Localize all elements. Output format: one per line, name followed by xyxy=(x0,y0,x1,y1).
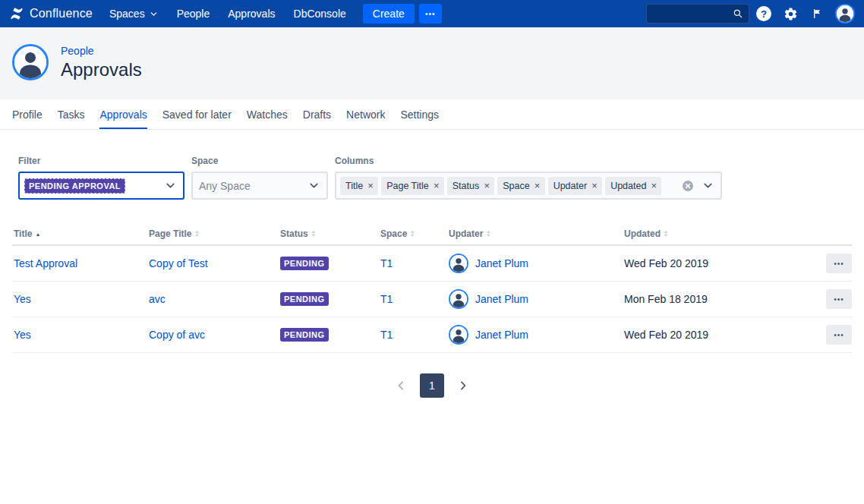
page-number-button[interactable]: 1 xyxy=(420,373,444,398)
page-header-text: People Approvals xyxy=(61,45,142,80)
cell-updater: Janet Plum xyxy=(449,325,624,345)
tab-approvals[interactable]: Approvals xyxy=(99,99,147,129)
tab-tasks[interactable]: Tasks xyxy=(58,99,85,129)
nav-item-people[interactable]: People xyxy=(168,0,219,27)
flag-button[interactable] xyxy=(805,2,829,26)
status-badge: PENDING xyxy=(280,292,329,306)
page-header: People Approvals xyxy=(0,27,864,99)
column-chip-title: Title × xyxy=(340,177,378,195)
user-avatar[interactable] xyxy=(835,4,855,24)
row-more-button[interactable]: ••• xyxy=(826,254,852,273)
create-button[interactable]: Create xyxy=(363,4,415,24)
sort-icon: ▲▼ xyxy=(664,230,668,238)
cell-updated: Wed Feb 20 2019 xyxy=(624,329,811,341)
updater-avatar[interactable] xyxy=(449,289,468,309)
tab-profile[interactable]: Profile xyxy=(12,99,43,129)
cell-space: T1 xyxy=(380,293,449,305)
space-link[interactable]: T1 xyxy=(380,293,393,305)
filter-group-columns: Columns Title × Page Title × Status × Sp… xyxy=(335,156,722,200)
table-row: Yes avc PENDING T1 Janet Plum Mon Feb 18… xyxy=(12,282,852,317)
question-mark-icon: ? xyxy=(756,6,771,21)
page-title-link[interactable]: Copy of avc xyxy=(149,329,205,341)
page-title: Approvals xyxy=(61,59,142,80)
tab-drafts[interactable]: Drafts xyxy=(303,99,331,129)
nav-item-dbconsole-label: DbConsole xyxy=(294,8,346,20)
updater-link[interactable]: Janet Plum xyxy=(475,293,528,305)
next-page-button[interactable] xyxy=(456,378,471,393)
column-header-title[interactable]: Title ▲ xyxy=(12,228,149,239)
confluence-logo-icon xyxy=(9,6,24,21)
sort-icon: ▲▼ xyxy=(194,230,199,238)
sort-icon: ▲▼ xyxy=(311,230,316,238)
breadcrumb-people-link[interactable]: People xyxy=(61,45,142,57)
confluence-home-link[interactable]: Confluence xyxy=(9,6,93,21)
cell-updated: Mon Feb 18 2019 xyxy=(624,293,811,305)
column-chip-page-title: Page Title × xyxy=(381,177,444,195)
status-badge: PENDING xyxy=(280,257,329,270)
nav-item-spaces[interactable]: Spaces xyxy=(100,0,168,27)
nav-item-people-label: People xyxy=(177,8,210,20)
remove-chip-icon[interactable]: × xyxy=(364,180,377,192)
tab-watches[interactable]: Watches xyxy=(247,99,288,129)
column-header-updater-label: Updater xyxy=(449,228,483,239)
cell-page-title: Copy of avc xyxy=(149,329,280,341)
tab-settings[interactable]: Settings xyxy=(400,99,439,129)
cell-updater: Janet Plum xyxy=(449,254,624,273)
column-header-title-label: Title xyxy=(14,228,32,239)
remove-chip-icon[interactable]: × xyxy=(648,180,660,192)
nav-item-dbconsole[interactable]: DbConsole xyxy=(285,0,355,27)
cell-updater: Janet Plum xyxy=(449,289,624,309)
updated-date: Wed Feb 20 2019 xyxy=(624,257,708,269)
space-link[interactable]: T1 xyxy=(380,329,393,341)
filter-group-space: Space Any Space xyxy=(191,156,328,200)
remove-chip-icon[interactable]: × xyxy=(588,180,601,192)
nav-item-approvals-label: Approvals xyxy=(228,8,275,20)
tab-network[interactable]: Network xyxy=(346,99,385,129)
sort-ascending-icon: ▲ xyxy=(35,232,40,237)
help-button[interactable]: ? xyxy=(752,2,776,26)
settings-button[interactable] xyxy=(778,2,803,26)
column-header-space[interactable]: Space ▲▼ xyxy=(380,228,449,239)
column-header-updated[interactable]: Updated ▲▼ xyxy=(624,228,811,239)
page-title-link[interactable]: Copy of Test xyxy=(149,257,208,269)
column-header-page-title[interactable]: Page Title ▲▼ xyxy=(149,228,280,239)
clear-all-icon[interactable] xyxy=(682,180,694,192)
remove-chip-icon[interactable]: × xyxy=(481,180,493,192)
sort-icon: ▲▼ xyxy=(486,230,490,238)
cell-page-title: Copy of Test xyxy=(149,257,280,269)
brand-name: Confluence xyxy=(30,7,93,20)
table-row: Yes Copy of avc PENDING T1 Janet Plum We… xyxy=(12,317,852,353)
cell-actions: ••• xyxy=(811,325,852,345)
tab-saved-for-later[interactable]: Saved for later xyxy=(162,99,232,129)
columns-select[interactable]: Title × Page Title × Status × Space × Up… xyxy=(335,172,722,200)
approval-title-link[interactable]: Test Approval xyxy=(14,257,77,269)
page-title-link[interactable]: avc xyxy=(149,293,166,305)
sort-icon: ▲▼ xyxy=(410,230,415,238)
search-box[interactable] xyxy=(646,4,749,24)
updater-link[interactable]: Janet Plum xyxy=(475,329,528,341)
column-header-status[interactable]: Status ▲▼ xyxy=(280,228,380,239)
column-header-updater[interactable]: Updater ▲▼ xyxy=(449,228,624,239)
remove-chip-icon[interactable]: × xyxy=(430,180,443,192)
chevron-down-icon xyxy=(149,9,159,19)
approval-title-link[interactable]: Yes xyxy=(14,293,31,305)
filter-selected-tag[interactable]: PENDING APPROVAL xyxy=(24,178,125,194)
column-chip-space-label: Space xyxy=(503,181,529,191)
updater-link[interactable]: Janet Plum xyxy=(475,257,528,269)
updater-avatar[interactable] xyxy=(449,325,468,345)
previous-page-button[interactable] xyxy=(393,378,408,393)
space-select-value: Any Space xyxy=(199,180,251,192)
row-more-button[interactable]: ••• xyxy=(826,289,852,309)
space-link[interactable]: T1 xyxy=(380,257,393,269)
nav-more-button[interactable]: ••• xyxy=(419,4,442,24)
profile-avatar[interactable] xyxy=(12,44,49,80)
nav-item-approvals[interactable]: Approvals xyxy=(219,0,284,27)
updater-avatar[interactable] xyxy=(449,254,468,273)
filter-select[interactable]: PENDING APPROVAL xyxy=(18,172,184,200)
space-select[interactable]: Any Space xyxy=(191,172,328,200)
approval-title-link[interactable]: Yes xyxy=(14,329,31,341)
row-more-button[interactable]: ••• xyxy=(826,325,852,345)
remove-chip-icon[interactable]: × xyxy=(531,180,544,192)
search-input[interactable] xyxy=(652,8,733,20)
column-chip-title-label: Title xyxy=(345,181,363,191)
